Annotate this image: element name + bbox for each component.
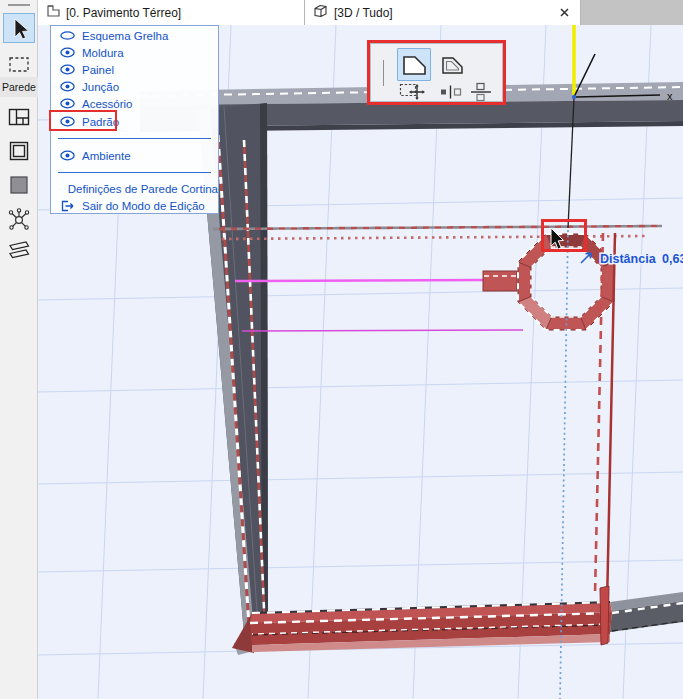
menu-item-ambiente[interactable]: Ambiente	[51, 147, 218, 164]
eye-icon	[60, 98, 75, 109]
distribute-boundary-button[interactable]	[469, 82, 493, 102]
close-icon[interactable]	[556, 5, 572, 21]
boundary-panel-offset-button[interactable]	[436, 50, 468, 79]
eye-icon	[60, 47, 75, 58]
junction-icon	[6, 207, 32, 231]
junction-post	[600, 586, 609, 645]
edit-boundary-top	[213, 226, 662, 239]
exit-icon	[60, 200, 75, 212]
move-boundary-icon	[399, 83, 429, 101]
archicad-window: { "window": { "tabs": [ { "label": "[0. …	[0, 0, 683, 699]
boundary-panel-offset-icon	[439, 53, 466, 77]
accessory-tool[interactable]	[3, 234, 35, 264]
menu-separator	[58, 138, 211, 139]
guide-line-magenta-2	[242, 330, 523, 331]
bottom-beam-gray[interactable]	[610, 592, 683, 632]
align-boundary-button[interactable]	[438, 84, 464, 100]
accessory-icon	[6, 237, 32, 261]
menu-separator	[58, 172, 211, 173]
arrow-cursor-icon	[7, 16, 31, 40]
axis-x-label: x	[667, 90, 673, 102]
octagon-accessory[interactable]	[483, 234, 614, 330]
tab-bar: [0. Pavimento Térreo] [3D / Tudo]	[38, 0, 683, 26]
3d-box-icon	[313, 4, 328, 21]
panel-tool[interactable]	[3, 170, 35, 200]
toolbox-drag-handle[interactable]	[8, 4, 30, 6]
menu-item-moldura[interactable]: Moldura	[51, 44, 218, 61]
settings-grid-icon	[60, 183, 61, 195]
tab-label: [0. Pavimento Térreo]	[66, 6, 181, 20]
frame-tool[interactable]	[3, 136, 35, 166]
menu-item-esquema-grelha[interactable]: Esquema Grelha	[51, 27, 218, 44]
eye-icon	[60, 81, 75, 92]
curtain-wall-edit-menu: Esquema Grelha Moldura Painel Junção	[50, 25, 219, 214]
octagon-tab	[483, 271, 517, 291]
eye-icon	[60, 116, 75, 127]
distribute-boundary-icon	[470, 82, 492, 102]
select-arrow-tool[interactable]	[3, 13, 35, 43]
menu-item-acessorio[interactable]: Acessório	[51, 95, 218, 112]
tab-floor-plan[interactable]: [0. Pavimento Térreo]	[38, 0, 305, 25]
palette-drag-handle[interactable]	[383, 60, 384, 86]
tooltip-value: 0,6356	[662, 252, 683, 266]
menu-item-definicoes[interactable]: Definições de Parede Cortina	[51, 180, 218, 197]
menu-item-padrao[interactable]: Padrão	[51, 113, 218, 130]
marquee-icon	[6, 52, 32, 76]
tab-3d[interactable]: [3D / Tudo]	[305, 0, 581, 25]
grid-scheme-icon	[6, 105, 32, 129]
boundary-panel-icon	[400, 52, 428, 78]
origin-point	[572, 95, 576, 99]
eye-closed-icon	[60, 30, 75, 41]
tab-label: [3D / Tudo]	[334, 6, 393, 20]
menu-item-juncao[interactable]: Junção	[51, 78, 218, 95]
move-boundary-button[interactable]	[398, 83, 430, 101]
eye-icon	[60, 150, 75, 161]
boundary-panel-button[interactable]	[397, 48, 431, 81]
pet-palette	[370, 43, 503, 102]
left-toolbox: Parede C	[0, 0, 38, 699]
guide-line-magenta-1	[235, 280, 483, 281]
menu-item-sair[interactable]: Sair do Modo de Edição	[51, 197, 218, 214]
eye-icon	[60, 64, 75, 75]
marquee-tool[interactable]	[3, 49, 35, 79]
grid-scheme-tool[interactable]	[3, 102, 35, 132]
tooltip-label: Distância	[600, 252, 657, 266]
measure-arrow-icon	[581, 253, 591, 263]
annotation-rect-palette	[367, 40, 506, 105]
panel-icon	[6, 173, 32, 197]
story-icon	[46, 4, 60, 21]
junction-tool[interactable]	[3, 204, 35, 234]
frame-icon	[6, 139, 32, 163]
toolbox-section-label: Parede C	[0, 77, 38, 97]
align-boundary-icon	[439, 84, 463, 100]
3d-viewport[interactable]: x Distância 0,6356	[38, 25, 683, 699]
menu-item-painel[interactable]: Painel	[51, 61, 218, 78]
